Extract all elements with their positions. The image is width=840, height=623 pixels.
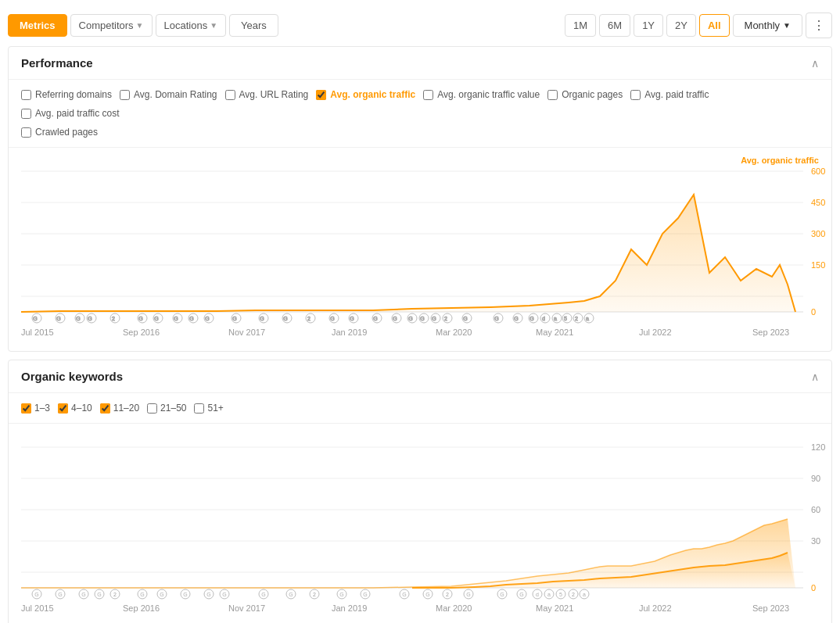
right-controls: 1M 6M 1Y 2Y All Monthly ▼ ⋮ (565, 13, 832, 38)
monthly-dropdown[interactable]: Monthly ▼ (733, 14, 802, 37)
chevron-down-icon: ▼ (136, 21, 144, 30)
checkbox-avg-domain-rating[interactable]: Avg. Domain Rating (120, 89, 217, 100)
svg-text:G: G (58, 592, 62, 597)
svg-text:5: 5 (564, 316, 567, 321)
svg-text:G: G (140, 592, 144, 597)
svg-text:2: 2 (444, 316, 447, 321)
time-btn-all[interactable]: All (699, 14, 730, 37)
time-btn-6m[interactable]: 6M (599, 14, 630, 37)
collapse-performance-button[interactable]: ∧ (811, 57, 819, 70)
tab-metrics[interactable]: Metrics (8, 14, 67, 37)
svg-text:G: G (222, 592, 226, 597)
performance-chart: 600 450 300 150 0 (21, 156, 835, 343)
svg-text:G: G (466, 592, 470, 597)
svg-text:a: a (547, 592, 551, 597)
svg-text:30: 30 (811, 536, 820, 546)
organic-keywords-title: Organic keywords (21, 370, 123, 383)
kw-range-11-20[interactable]: 11–20 (100, 403, 139, 414)
svg-text:G: G (289, 592, 293, 597)
tab-competitors[interactable]: Competitors ▼ (70, 14, 153, 37)
performance-checkboxes: Referring domains Avg. Domain Rating Avg… (9, 80, 831, 148)
tab-locations[interactable]: Locations ▼ (156, 14, 227, 37)
checkbox-avg-organic-traffic-value[interactable]: Avg. organic traffic value (423, 89, 540, 100)
svg-text:G: G (514, 316, 518, 321)
time-btn-1m[interactable]: 1M (565, 14, 596, 37)
svg-text:300: 300 (811, 229, 825, 238)
svg-text:600: 600 (811, 166, 825, 176)
svg-text:G: G (205, 316, 209, 321)
organic-keywords-header: Organic keywords ∧ (9, 360, 831, 393)
kw-range-21-50[interactable]: 21–50 (147, 403, 186, 414)
more-options-button[interactable]: ⋮ (806, 13, 832, 38)
svg-text:G: G (350, 316, 354, 321)
organic-keywords-chart-area: 120 90 60 30 0 G G (9, 424, 831, 623)
svg-text:G: G (154, 316, 158, 321)
organic-keywords-chart: 120 90 60 30 0 G G (21, 431, 835, 619)
checkbox-avg-paid-traffic-cost[interactable]: Avg. paid traffic cost (21, 108, 819, 119)
svg-text:G: G (373, 316, 377, 321)
svg-text:Sep 2016: Sep 2016 (123, 603, 160, 613)
svg-text:a: a (583, 592, 586, 597)
performance-section: Performance ∧ Referring domains Avg. Dom… (8, 46, 832, 352)
chevron-down-icon: ▼ (783, 21, 791, 30)
time-btn-2y[interactable]: 2Y (666, 14, 696, 37)
svg-text:d: d (536, 592, 539, 597)
svg-text:G: G (463, 316, 467, 321)
svg-text:Jul 2022: Jul 2022 (639, 328, 672, 337)
svg-text:G: G (500, 592, 504, 597)
svg-text:G: G (76, 316, 80, 321)
svg-text:Jan 2019: Jan 2019 (332, 603, 367, 613)
svg-text:G: G (408, 316, 412, 321)
svg-text:5: 5 (559, 592, 562, 597)
svg-text:G: G (206, 592, 210, 597)
checkbox-crawled-pages[interactable]: Crawled pages (21, 127, 98, 138)
svg-marker-11 (21, 195, 795, 312)
svg-text:60: 60 (811, 505, 820, 514)
svg-text:G: G (260, 316, 264, 321)
kw-range-1-3[interactable]: 1–3 (21, 403, 50, 414)
svg-text:2: 2 (313, 592, 316, 597)
performance-header: Performance ∧ (9, 47, 831, 80)
svg-text:120: 120 (811, 442, 825, 452)
svg-text:G: G (56, 316, 60, 321)
svg-text:Nov 2017: Nov 2017 (228, 603, 265, 613)
nav-tabs: Metrics Competitors ▼ Locations ▼ Years (8, 14, 278, 37)
svg-text:450: 450 (811, 198, 825, 207)
checkbox-avg-url-rating[interactable]: Avg. URL Rating (225, 89, 309, 100)
kw-range-51plus[interactable]: 51+ (194, 403, 223, 414)
checkbox-avg-paid-traffic[interactable]: Avg. paid traffic (630, 89, 709, 100)
svg-text:G: G (425, 592, 429, 597)
svg-text:G: G (283, 316, 287, 321)
svg-text:Mar 2020: Mar 2020 (436, 603, 472, 613)
time-btn-1y[interactable]: 1Y (634, 14, 663, 37)
svg-text:May 2021: May 2021 (536, 603, 573, 613)
svg-text:150: 150 (811, 260, 825, 270)
svg-text:Jan 2019: Jan 2019 (332, 328, 367, 337)
svg-text:G: G (339, 592, 343, 597)
performance-title: Performance (21, 56, 93, 70)
svg-text:2: 2 (446, 592, 449, 597)
svg-text:G: G (363, 592, 367, 597)
svg-text:G: G (183, 592, 187, 597)
svg-text:G: G (189, 316, 193, 321)
svg-text:G: G (529, 316, 533, 321)
svg-text:G: G (88, 316, 92, 321)
collapse-organic-keywords-button[interactable]: ∧ (811, 371, 819, 383)
svg-text:G: G (432, 316, 436, 321)
svg-text:Jul 2015: Jul 2015 (21, 603, 54, 613)
kw-range-4-10[interactable]: 4–10 (58, 403, 92, 414)
checkbox-organic-pages[interactable]: Organic pages (547, 89, 623, 100)
checkbox-referring-domains[interactable]: Referring domains (21, 89, 112, 100)
svg-text:2: 2 (112, 316, 115, 321)
svg-text:2: 2 (307, 316, 311, 321)
svg-text:Sep 2023: Sep 2023 (752, 328, 789, 337)
svg-text:Sep 2023: Sep 2023 (752, 603, 789, 613)
svg-text:Jul 2022: Jul 2022 (639, 603, 672, 613)
svg-text:G: G (34, 592, 38, 597)
svg-text:G: G (393, 316, 397, 321)
checkbox-avg-organic-traffic[interactable]: Avg. organic traffic (316, 89, 415, 100)
svg-text:0: 0 (811, 583, 816, 593)
svg-text:G: G (33, 316, 37, 321)
tab-years[interactable]: Years (229, 14, 278, 37)
svg-text:2: 2 (572, 592, 575, 597)
